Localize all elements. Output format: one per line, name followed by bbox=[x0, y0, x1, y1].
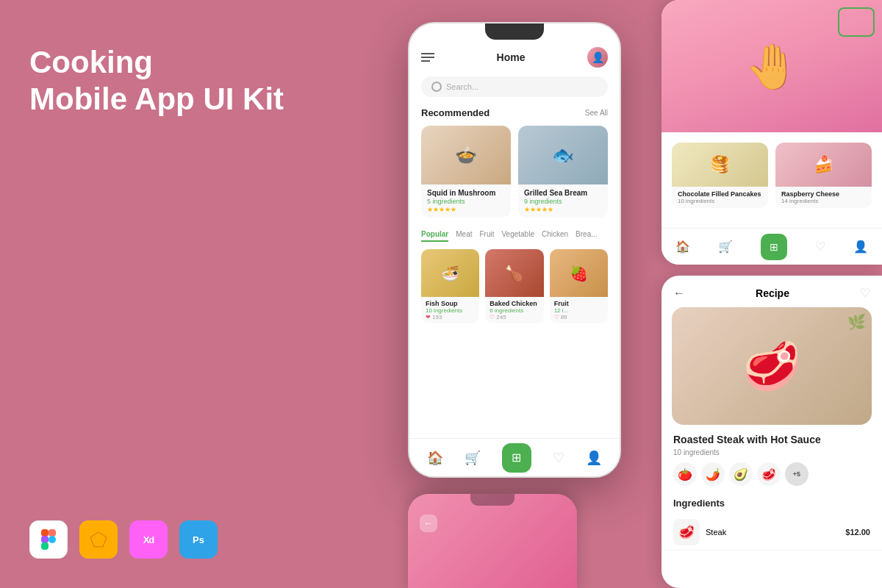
ingredient-icons-row: 🍅 🌶️ 🥑 🥩 +5 bbox=[662, 462, 882, 495]
pop-likes-chicken: ♡ 245 bbox=[490, 314, 539, 320]
phone-notch bbox=[485, 24, 544, 40]
favorite-button[interactable]: ♡ bbox=[860, 286, 870, 300]
pop-img-fruit: 🍓 bbox=[550, 249, 608, 297]
pop-card-chicken[interactable]: 🍗 Baked Chicken 6 ingredients ♡ 245 bbox=[485, 249, 543, 323]
rtp-nav-profile[interactable]: 👤 bbox=[853, 240, 868, 254]
rtp-info-raspberry: Raspberry Cheese 14 ingredients bbox=[775, 187, 872, 208]
ingredient-name-steak: Steak bbox=[706, 528, 726, 537]
ps-icon: Ps bbox=[179, 520, 218, 559]
pop-ing-chicken: 6 ingredients bbox=[490, 307, 539, 314]
bottom-phone-notch bbox=[470, 494, 514, 506]
user-avatar[interactable]: 👤 bbox=[587, 47, 608, 68]
sketch-icon bbox=[79, 520, 118, 559]
recipe-img-squid: 🍲 bbox=[421, 126, 511, 184]
recipe-img-seabream: 🐟 bbox=[518, 126, 608, 184]
cat-vegetable[interactable]: Vegetable bbox=[501, 228, 534, 242]
hamburger-menu[interactable] bbox=[421, 53, 434, 62]
svg-rect-1 bbox=[49, 529, 56, 537]
recommended-grid: 🍲 Squid in Mushroom 5 ingredients ★★★★★ … bbox=[421, 126, 608, 218]
recipe-hero-emoji: 🥩 bbox=[742, 339, 801, 394]
nav-scan[interactable]: ⊞ bbox=[502, 443, 531, 473]
rtp-img-pancakes: 🥞 bbox=[672, 143, 768, 187]
heart-icon-soup: ❤ bbox=[426, 314, 431, 320]
nav-home[interactable]: 🏠 bbox=[427, 450, 443, 466]
search-placeholder: Search... bbox=[446, 82, 478, 91]
rtp-nav-cart[interactable]: 🛒 bbox=[718, 240, 733, 254]
pop-likes-soup: ❤ 193 bbox=[426, 314, 475, 320]
xd-icon: Xd bbox=[129, 520, 168, 559]
ing-icon-chili: 🌶️ bbox=[701, 462, 725, 486]
pop-card-soup[interactable]: 🍜 Fish Soup 10 ingredients ❤ 193 bbox=[421, 249, 479, 323]
rtp-ing-pancakes: 10 ingredients bbox=[678, 198, 762, 204]
see-all-link[interactable]: See All bbox=[585, 109, 608, 117]
search-icon bbox=[431, 82, 442, 92]
heart-icon-chicken: ♡ bbox=[490, 314, 495, 320]
center-phone: Home 👤 Search... Recommended See All 🍲 S… bbox=[408, 22, 621, 478]
pop-name-soup: Fish Soup bbox=[426, 300, 475, 307]
rtp-ing-raspberry: 14 ingredients bbox=[781, 198, 866, 204]
pop-info-soup: Fish Soup 10 ingredients ❤ 193 bbox=[421, 297, 479, 323]
rtp-info-pancakes: Chocolate Filled Pancakes 10 ingredients bbox=[672, 187, 768, 208]
ing-more-count: +5 bbox=[785, 462, 808, 486]
rtp-name-pancakes: Chocolate Filled Pancakes bbox=[678, 190, 762, 198]
rtp-nav-home[interactable]: 🏠 bbox=[675, 240, 690, 254]
heart-icon-fruit: ♡ bbox=[554, 314, 559, 320]
rtp-scan-overlay bbox=[838, 7, 875, 37]
bottom-pink-phone: ← bbox=[408, 494, 577, 588]
pop-name-fruit: Fruit bbox=[554, 300, 603, 307]
rtp-card-pancakes[interactable]: 🥞 Chocolate Filled Pancakes 10 ingredien… bbox=[672, 143, 768, 208]
cat-bread[interactable]: Brea... bbox=[576, 228, 597, 242]
recipe-info-2: Grilled Sea Bream 9 ingredients ★★★★★ bbox=[518, 184, 608, 218]
cat-chicken[interactable]: Chicken bbox=[542, 228, 568, 242]
recipe-info-1: Squid in Mushroom 5 ingredients ★★★★★ bbox=[421, 184, 511, 218]
category-tabs: Popular Meat Fruit Vegetable Chicken Bre… bbox=[421, 228, 608, 242]
pop-img-soup: 🍜 bbox=[421, 249, 479, 297]
bottom-phone-back[interactable]: ← bbox=[420, 514, 437, 532]
right-top-panel: 🤚 🥞 Chocolate Filled Pancakes 10 ingredi… bbox=[662, 0, 882, 265]
pop-info-chicken: Baked Chicken 6 ingredients ♡ 245 bbox=[485, 297, 543, 323]
recipe-detail-name: Roasted Steak with Hot Sauce bbox=[662, 425, 882, 448]
phone-bottom-nav: 🏠 🛒 ⊞ ♡ 👤 bbox=[409, 438, 620, 476]
rtp-name-raspberry: Raspberry Cheese bbox=[781, 190, 866, 198]
recipe-card-1[interactable]: 🍲 Squid in Mushroom 5 ingredients ★★★★★ bbox=[421, 126, 511, 218]
recipe-stars-1: ★★★★★ bbox=[427, 206, 505, 213]
ingredient-left: 🥩 Steak bbox=[673, 519, 726, 545]
nav-cart[interactable]: 🛒 bbox=[465, 450, 481, 466]
cat-popular[interactable]: Popular bbox=[421, 228, 448, 242]
ingredient-img-steak: 🥩 bbox=[673, 519, 700, 545]
recipe-ing-2: 9 ingredients bbox=[524, 198, 602, 205]
figma-icon bbox=[29, 520, 68, 559]
ingredients-section-title: Ingredients bbox=[662, 495, 882, 514]
rtp-img-raspberry: 🍰 bbox=[775, 143, 872, 187]
rtp-card-raspberry[interactable]: 🍰 Raspberry Cheese 14 ingredients bbox=[775, 143, 872, 208]
phone-home-title: Home bbox=[497, 51, 526, 63]
search-bar[interactable]: Search... bbox=[421, 76, 608, 97]
rtp-nav-favorites[interactable]: ♡ bbox=[815, 240, 825, 254]
rtp-hero-hand: 🤚 bbox=[745, 40, 800, 93]
recipe-card-2[interactable]: 🐟 Grilled Sea Bream 9 ingredients ★★★★★ bbox=[518, 126, 608, 218]
rtp-cards-grid: 🥞 Chocolate Filled Pancakes 10 ingredien… bbox=[662, 132, 882, 218]
back-button[interactable]: ← bbox=[673, 287, 685, 300]
main-title: Cooking Mobile App UI Kit bbox=[29, 44, 284, 118]
pop-name-chicken: Baked Chicken bbox=[490, 300, 539, 307]
recipe-detail-title: Recipe bbox=[756, 287, 789, 299]
pop-likes-fruit: ♡ 89 bbox=[554, 314, 603, 320]
svg-point-4 bbox=[49, 536, 56, 543]
recipe-header: ← Recipe ♡ bbox=[662, 276, 882, 307]
recipe-ing-1: 5 ingredients bbox=[427, 198, 505, 205]
pop-card-fruit[interactable]: 🍓 Fruit 12 i... ♡ 89 bbox=[550, 249, 608, 323]
cat-fruit[interactable]: Fruit bbox=[479, 228, 494, 242]
recommended-header: Recommended See All bbox=[421, 107, 608, 118]
nav-favorites[interactable]: ♡ bbox=[553, 450, 564, 466]
ingredient-price-steak: $12.00 bbox=[845, 528, 870, 537]
rtp-bottom-nav: 🏠 🛒 ⊞ ♡ 👤 bbox=[662, 228, 882, 265]
pop-ing-fruit: 12 i... bbox=[554, 307, 603, 314]
rtp-nav-scan[interactable]: ⊞ bbox=[761, 234, 787, 260]
ing-icon-steak: 🥩 bbox=[757, 462, 781, 486]
phone-header: Home 👤 bbox=[421, 47, 608, 68]
recipe-detail-panel: ← Recipe ♡ 🥩 🌿 Roasted Steak with Hot Sa… bbox=[662, 276, 882, 588]
nav-profile[interactable]: 👤 bbox=[586, 450, 602, 466]
cat-meat[interactable]: Meat bbox=[456, 228, 472, 242]
pop-info-fruit: Fruit 12 i... ♡ 89 bbox=[550, 297, 608, 323]
recipe-ingredients-count: 10 ingredients bbox=[662, 448, 882, 462]
